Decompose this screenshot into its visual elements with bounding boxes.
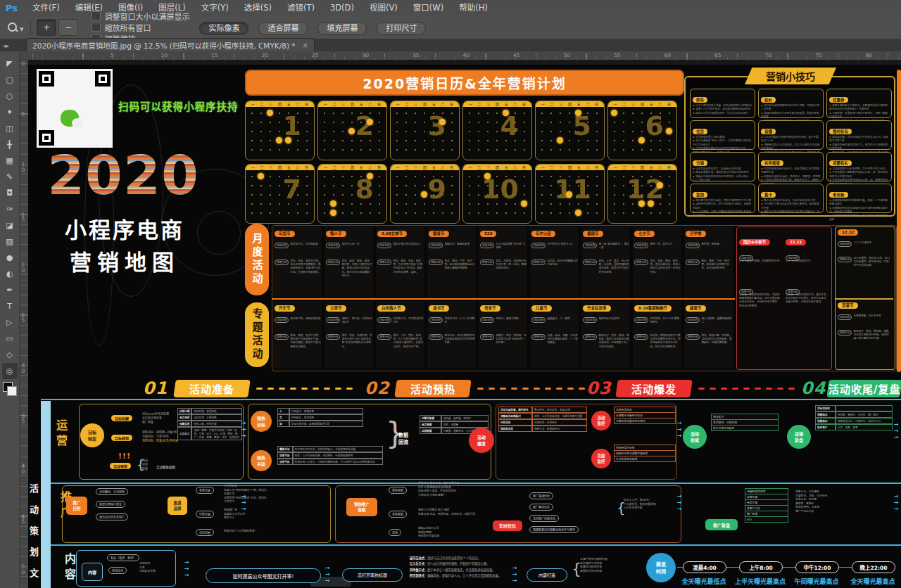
activity-title-国庆&中秋节: 国庆&中秋节 — [739, 239, 770, 245]
checkbox-icon[interactable] — [92, 11, 101, 20]
promo-review-node: 推广复盘 — [705, 519, 738, 530]
tips-title: 营销小技巧 — [745, 68, 836, 84]
type-tool-icon[interactable]: T — [2, 298, 18, 314]
activity-detail: 活动主题新年新气象，全新启程迎新 — [275, 317, 321, 323]
path-select-tool-icon[interactable]: ▷ — [2, 314, 18, 331]
flow-outline-pill: 有品（选择、表述） — [107, 554, 139, 561]
panel-collapse-icon[interactable]: ◂▸ — [0, 42, 12, 51]
marquee-tool-icon[interactable]: ▢ — [2, 72, 18, 88]
zoom-tool-icon[interactable] — [7, 22, 18, 33]
phase-dash — [721, 388, 727, 390]
button-实际像素[interactable]: 实际像素 — [199, 22, 248, 35]
phase-dash — [279, 388, 285, 390]
broadcast-time-node: 群发 时间 — [646, 553, 676, 582]
zoom-in-button[interactable]: + — [37, 19, 56, 36]
move-tool-icon[interactable]: ◤ — [2, 56, 18, 72]
poster-title-line2: 营销地图 — [44, 245, 206, 276]
document-tab-title: 2020小程序电商营销地图.jpg @ 12.5% (扫码可以获得小程序扶持, … — [32, 40, 296, 51]
tip-card-限时折扣: 限时折扣➤ 营造紧迫感，折扣时间建议不宜超过24小时，刺激用户尽快下单➤ 高感知… — [826, 120, 892, 150]
zoom-out-button[interactable]: − — [58, 19, 78, 36]
menu-窗口(W)[interactable]: 窗口(W) — [405, 3, 451, 13]
checkbox-缩放所有窗口[interactable]: 缩放所有窗口 — [92, 22, 189, 33]
gradient-tool-icon[interactable]: ▨ — [2, 234, 18, 250]
menu-选择(S)[interactable]: 选择(S) — [237, 3, 279, 13]
magic-wand-tool-icon[interactable]: ✦ — [2, 104, 18, 120]
flow-lines: 涨粉目标：裂变/会员/粉丝量 — [142, 439, 178, 443]
flow-outline-pill: 活动曝光、引流获客 — [96, 488, 128, 495]
brush-tool-icon[interactable]: ✎ — [2, 169, 18, 185]
flow-arrows-icon: →→→ — [894, 494, 899, 512]
activity-title-踏青节: 踏青节 — [429, 231, 449, 237]
flow-pill: 目标规划 — [111, 435, 132, 441]
dodge-tool-icon[interactable]: ◐ — [2, 266, 18, 282]
activity-title-开年节: 开年节 — [275, 305, 295, 312]
phase-dash — [534, 388, 540, 390]
activity-title-年货节: 年货节 — [275, 231, 295, 237]
menu-视图(V)[interactable]: 视图(V) — [362, 3, 405, 13]
eraser-tool-icon[interactable]: ◪ — [2, 217, 18, 234]
background-color[interactable] — [7, 386, 17, 396]
ruler-number: 5 — [20, 112, 26, 117]
eyedropper-tool-icon[interactable]: ╋ — [2, 136, 18, 153]
flow-outline-pill: 其他 — [389, 529, 401, 536]
activity-detail: 适用行业食品、鲜花礼盒、烘焙等，活动话题可以围绕感恩、回馈展开，传递品牌温度。 — [686, 334, 732, 345]
menu-滤镜(T)[interactable]: 滤镜(T) — [279, 3, 322, 13]
blur-tool-icon[interactable]: ● — [2, 250, 18, 266]
button-打印尺寸[interactable]: 打印尺寸 — [377, 22, 426, 35]
flow-outline-pill: 免费流量 — [196, 487, 214, 494]
ruler-number: 40 — [20, 464, 26, 475]
document-tab[interactable]: 2020小程序电商营销地图.jpg @ 12.5% (扫码可以获得小程序扶持, … — [26, 38, 315, 51]
color-swatches[interactable] — [3, 382, 17, 396]
flow-table: 店铺主题视觉布置、氛围营造商品预排选品结构、主推爆款预售信息预售上架、预热页面人… — [177, 408, 242, 440]
flow-pill: 活动预算 — [110, 463, 131, 469]
activity-detail: 活动主题确认过眼神，是最想感谢的人 — [686, 317, 732, 324]
calendar-month-7: 一二三四五六日7 — [245, 164, 315, 224]
crop-tool-icon[interactable]: ◫ — [2, 120, 18, 136]
close-icon[interactable]: × — [303, 41, 308, 49]
button-填充屏幕[interactable]: 填充屏幕 — [317, 22, 367, 35]
activity-detail: 活动主题骊歌声起 正是狂欢 — [583, 317, 629, 323]
phase-label-活动预热: 活动预热 — [394, 380, 472, 397]
flow-lines: 选品运营配置 — [142, 459, 148, 471]
flow-circle: 预热 手段 — [251, 450, 272, 471]
menu-3D(D)[interactable]: 3D(D) — [322, 3, 362, 13]
history-brush-tool-icon[interactable]: ✑ — [2, 201, 18, 217]
button-适合屏幕[interactable]: 适合屏幕 — [258, 22, 308, 35]
calendar-month-9: 一二三四五六日9 — [390, 164, 460, 224]
activity-title-元宵节: 元宵节 — [326, 305, 346, 312]
ruler-number: 30 — [363, 52, 370, 58]
time-pill-晚上22:00: 晚上22:00 — [852, 561, 895, 573]
activity-title-情人节: 情人节 — [326, 231, 346, 237]
lane-side-char: 动 — [30, 502, 41, 516]
activity-detail: 适用行业食品、美妆、日用品等，可借节点用户习俗“全民闹元宵”玩法对店铺进行引流曝… — [326, 334, 372, 349]
phase-dash — [511, 388, 517, 390]
calendar-banner: 2020营销日历&全年营销计划 — [245, 70, 684, 96]
flow-lines: 老客占比、行为偏好页面曝光、浏览、访问时长商品点击、转化率复购率、客单价各渠道费… — [795, 490, 828, 513]
ruler-number: 45 — [513, 52, 520, 58]
shape-tool-icon[interactable]: ▭ — [2, 331, 18, 347]
hand-tool-icon[interactable]: ◇ — [2, 347, 18, 363]
lasso-tool-icon[interactable]: ○ — [2, 88, 18, 104]
activity-title-8.18暑期购物节: 8.18暑期购物节 — [634, 305, 672, 312]
healing-brush-tool-icon[interactable]: ▦ — [2, 153, 18, 169]
clone-stamp-tool-icon[interactable]: ◘ — [2, 185, 18, 201]
menu-帮助(H)[interactable]: 帮助(H) — [451, 3, 496, 13]
calendar-month-4: 一二三四五六日4 — [462, 101, 532, 160]
phase-dash — [324, 388, 330, 390]
checkbox-调整窗口大小以满屏显示[interactable]: 调整窗口大小以满屏显示 — [92, 11, 189, 22]
checkbox-label: 缩放所有窗口 — [104, 22, 151, 33]
flow-arrows-icon: →→→ — [894, 422, 899, 440]
pen-tool-icon[interactable]: ✒ — [2, 282, 18, 298]
zoom-tool-icon[interactable]: ◎ — [2, 363, 18, 379]
chevron-down-icon[interactable]: ▼ — [20, 27, 23, 32]
menu-文字(Y)[interactable]: 文字(Y) — [194, 3, 237, 13]
calendar-month-5: 一二三四五六日5 — [535, 101, 605, 160]
flow-arrows-icon: →→→ — [512, 565, 517, 584]
checkbox-icon[interactable] — [92, 23, 101, 32]
activity-detail: 活动主题5.20 因爱相遇“告白季”大促销 — [480, 243, 527, 250]
wechat-icon — [61, 110, 79, 127]
flow-outline-pill: 付费流量 — [196, 511, 214, 518]
poster-edge-strip — [897, 70, 901, 372]
time-pill-凌晨4:00: 凌晨4:00 — [683, 561, 726, 573]
menu-文件(F)[interactable]: 文件(F) — [25, 3, 68, 13]
